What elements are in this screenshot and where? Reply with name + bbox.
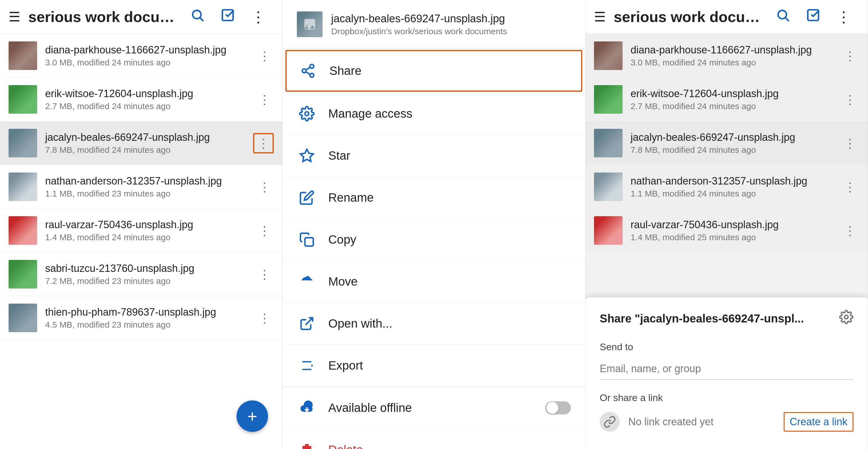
file-meta-sabri: 7.2 MB, modified 23 minutes ago <box>45 276 255 286</box>
left-file-item-nathan[interactable]: nathan-anderson-312357-unsplash.jpg 1.1 … <box>0 165 282 209</box>
svg-line-12 <box>306 318 313 325</box>
right-edit-icon[interactable] <box>806 8 820 26</box>
svg-point-14 <box>778 10 786 19</box>
menu-label-copy: Copy <box>328 233 356 247</box>
menu-label-available-offline: Available offline <box>328 401 412 415</box>
right-file-thumb-erik <box>594 85 623 114</box>
menu-item-rename[interactable]: Rename <box>283 177 585 219</box>
right-panel-title: serious work docum... <box>614 8 768 25</box>
email-input[interactable] <box>600 358 854 380</box>
menu-item-share[interactable]: Share <box>285 50 582 92</box>
create-link-button[interactable]: Create a link <box>784 412 854 431</box>
right-file-more-nathan[interactable]: ⋮ <box>841 177 859 197</box>
share-settings-icon[interactable] <box>839 310 854 327</box>
file-more-erik[interactable]: ⋮ <box>255 89 274 110</box>
context-file-header: jacalyn-beales-669247-unsplash.jpg Dropb… <box>283 0 585 49</box>
left-file-item-diana[interactable]: diana-parkhouse-1166627-unsplash.jpg 3.0… <box>0 34 282 78</box>
left-file-item-sabri[interactable]: sabri-tuzcu-213760-unsplash.jpg 7.2 MB, … <box>0 253 282 296</box>
link-status-text: No link created yet <box>628 416 784 428</box>
left-file-item-jacalyn[interactable]: jacalyn-beales-669247-unsplash.jpg 7.8 M… <box>0 121 282 165</box>
menu-item-star[interactable]: Star <box>283 135 585 177</box>
file-info-diana: diana-parkhouse-1166627-unsplash.jpg 3.0… <box>45 44 255 67</box>
star-icon <box>297 146 317 166</box>
context-menu-panel: jacalyn-beales-669247-unsplash.jpg Dropb… <box>283 0 585 449</box>
right-file-meta-erik: 2.7 MB, modified 24 minutes ago <box>630 101 841 111</box>
link-icon <box>600 412 620 432</box>
svg-rect-16 <box>808 10 818 21</box>
right-file-item-diana[interactable]: diana-parkhouse-1166627-unsplash.jpg 3.0… <box>585 34 868 78</box>
context-menu: Share Manage access Star Rename <box>283 49 585 449</box>
add-fab-button[interactable]: + <box>237 400 268 432</box>
share-dialog-header: Share "jacalyn-beales-669247-unspl... <box>600 310 854 327</box>
right-file-item-erik[interactable]: erik-witsoe-712604-unsplash.jpg 2.7 MB, … <box>585 78 868 121</box>
svg-line-7 <box>306 67 310 70</box>
file-more-sabri[interactable]: ⋮ <box>255 264 274 285</box>
available-offline-icon <box>297 398 317 418</box>
file-thumb-raul <box>8 216 37 245</box>
right-file-thumb-raul <box>594 216 623 245</box>
file-more-diana[interactable]: ⋮ <box>255 46 274 66</box>
move-icon <box>297 271 317 292</box>
available-offline-toggle[interactable] <box>545 401 571 414</box>
file-info-thien: thien-phu-pham-789637-unsplash.jpg 4.5 M… <box>45 306 255 330</box>
menu-label-manage-access: Manage access <box>328 107 412 121</box>
left-header: ☰ serious work docum... ⋮ <box>0 0 282 34</box>
left-panel-title: serious work docum... <box>28 8 182 25</box>
file-name-sabri: sabri-tuzcu-213760-unsplash.jpg <box>45 262 255 275</box>
right-hamburger-icon[interactable]: ☰ <box>594 9 606 25</box>
right-file-more-raul[interactable]: ⋮ <box>841 221 859 241</box>
right-file-item-jacalyn[interactable]: jacalyn-beales-669247-unsplash.jpg 7.8 M… <box>585 121 868 165</box>
right-file-name-nathan: nathan-anderson-312357-unsplash.jpg <box>630 175 841 187</box>
left-file-item-raul[interactable]: raul-varzar-750436-unsplash.jpg 1.4 MB, … <box>0 209 282 253</box>
file-more-jacalyn[interactable]: ⋮ <box>253 133 274 153</box>
right-file-info-raul: raul-varzar-750436-unsplash.jpg 1.4 MB, … <box>630 219 841 242</box>
more-options-icon[interactable]: ⋮ <box>251 8 266 25</box>
right-file-item-raul[interactable]: raul-varzar-750436-unsplash.jpg 1.4 MB, … <box>585 209 868 253</box>
svg-point-8 <box>305 112 309 116</box>
menu-label-share: Share <box>330 64 362 78</box>
file-name-thien: thien-phu-pham-789637-unsplash.jpg <box>45 306 255 318</box>
right-file-more-erik[interactable]: ⋮ <box>841 89 859 110</box>
file-meta-raul: 1.4 MB, modified 24 minutes ago <box>45 232 255 242</box>
menu-item-available-offline[interactable]: Available offline <box>283 387 585 429</box>
or-share-label: Or share a link <box>600 392 854 403</box>
file-name-raul: raul-varzar-750436-unsplash.jpg <box>45 219 255 231</box>
menu-item-export[interactable]: Export <box>283 345 585 387</box>
left-file-item-thien[interactable]: thien-phu-pham-789637-unsplash.jpg 4.5 M… <box>0 296 282 340</box>
right-file-name-erik: erik-witsoe-712604-unsplash.jpg <box>630 88 841 100</box>
open-with-icon <box>297 314 317 333</box>
right-file-info-jacalyn: jacalyn-beales-669247-unsplash.jpg 7.8 M… <box>630 131 841 155</box>
menu-item-manage-access[interactable]: Manage access <box>283 93 585 135</box>
file-more-raul[interactable]: ⋮ <box>255 221 274 241</box>
right-file-name-raul: raul-varzar-750436-unsplash.jpg <box>630 219 841 231</box>
hamburger-icon[interactable]: ☰ <box>8 9 20 25</box>
link-row: No link created yet Create a link <box>600 412 854 432</box>
edit-icon[interactable] <box>221 8 235 26</box>
right-search-icon[interactable] <box>776 8 790 26</box>
file-thumb-diana <box>8 41 37 70</box>
svg-rect-2 <box>222 10 233 21</box>
copy-icon <box>297 230 317 250</box>
svg-marker-11 <box>308 276 313 281</box>
menu-item-delete[interactable]: Delete <box>283 429 585 449</box>
right-file-more-jacalyn[interactable]: ⋮ <box>841 133 859 153</box>
file-more-nathan[interactable]: ⋮ <box>255 177 274 197</box>
share-dialog-title: Share "jacalyn-beales-669247-unspl... <box>600 312 839 325</box>
menu-item-copy[interactable]: Copy <box>283 219 585 261</box>
right-file-thumb-jacalyn <box>594 129 623 157</box>
svg-point-5 <box>310 73 314 77</box>
menu-item-move[interactable]: Move <box>283 261 585 303</box>
file-name-nathan: nathan-anderson-312357-unsplash.jpg <box>45 175 255 187</box>
menu-item-open-with[interactable]: Open with... <box>283 303 585 345</box>
context-file-name: jacalyn-beales-669247-unsplash.jpg <box>331 12 507 25</box>
file-thumb-sabri <box>8 260 37 288</box>
right-file-more-diana[interactable]: ⋮ <box>841 46 859 66</box>
right-file-item-nathan[interactable]: nathan-anderson-312357-unsplash.jpg 1.1 … <box>585 165 868 209</box>
right-more-options-icon[interactable]: ⋮ <box>836 8 851 25</box>
right-file-thumb-nathan <box>594 172 623 201</box>
left-file-item-erik[interactable]: erik-witsoe-712604-unsplash.jpg 2.7 MB, … <box>0 78 282 121</box>
svg-rect-10 <box>305 238 313 246</box>
search-icon[interactable] <box>190 8 205 26</box>
file-more-thien[interactable]: ⋮ <box>255 308 274 328</box>
left-file-list: diana-parkhouse-1166627-unsplash.jpg 3.0… <box>0 34 282 449</box>
